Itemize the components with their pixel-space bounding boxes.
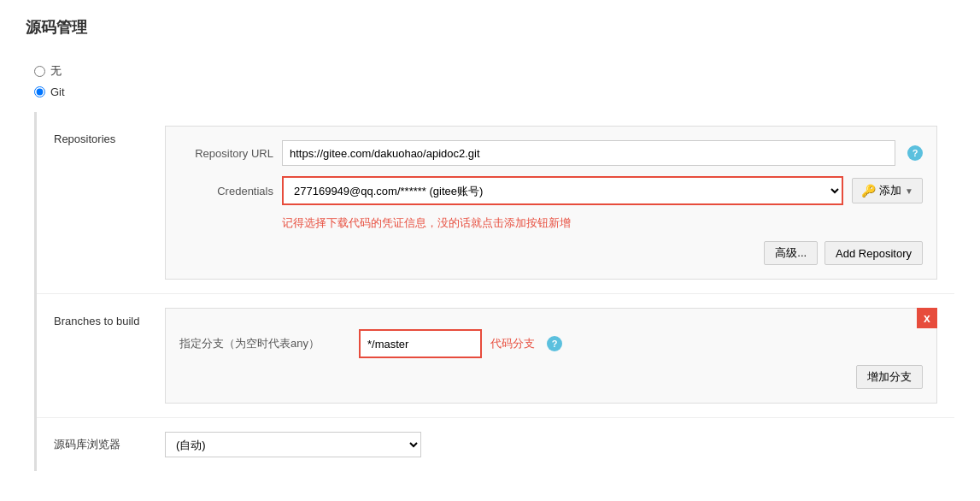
radio-git-label: Git: [50, 85, 65, 98]
branches-section: Branches to build x 指定分支（为空时代表any） 代码分支 …: [37, 294, 954, 418]
branch-input[interactable]: [361, 331, 480, 357]
add-repository-button[interactable]: Add Repository: [824, 241, 923, 265]
key-icon: 🔑: [861, 184, 876, 197]
radio-git[interactable]: Git: [34, 85, 954, 98]
delete-branch-button[interactable]: x: [917, 308, 937, 328]
repositories-section: Repositories Repository URL ? Credential…: [37, 112, 954, 294]
credentials-label: Credentials: [179, 185, 273, 197]
repo-url-label: Repository URL: [179, 147, 273, 160]
source-browser-section: 源码库浏览器 (自动) gitee github gitlab: [37, 418, 954, 471]
repositories-label: Repositories: [54, 126, 165, 145]
page-container: 源码管理 无 Git Repositories Repository URL ?: [0, 0, 980, 501]
page-title: 源码管理: [26, 17, 954, 46]
branch-hint: 代码分支: [490, 336, 535, 351]
advanced-button[interactable]: 高级...: [764, 241, 818, 265]
branches-label: Branches to build: [54, 308, 165, 327]
branch-field-label: 指定分支（为空时代表any）: [179, 336, 350, 351]
source-browser-select[interactable]: (自动) gitee github gitlab: [165, 432, 421, 457]
radio-none-input[interactable]: [34, 66, 45, 77]
dropdown-arrow-icon: ▼: [905, 186, 913, 196]
source-type-radio-group: 无 Git: [26, 63, 954, 98]
credentials-select-wrapper: 277169949@qq.com/****** (gitee账号): [282, 176, 843, 205]
repo-btn-row: 高级... Add Repository: [179, 241, 923, 265]
radio-none-label: 无: [50, 63, 62, 79]
add-credentials-button[interactable]: 🔑 添加 ▼: [852, 178, 923, 203]
branch-input-wrapper: [359, 329, 482, 358]
source-browser-label: 源码库浏览器: [54, 437, 165, 452]
radio-git-input[interactable]: [34, 86, 45, 97]
credentials-info-text: 记得选择下载代码的凭证信息，没的话就点击添加按钮新增: [282, 215, 923, 231]
branches-content: x 指定分支（为空时代表any） 代码分支 ? 增加分支: [165, 308, 937, 404]
repo-url-row: Repository URL ?: [179, 140, 923, 166]
repo-url-help-icon[interactable]: ?: [907, 145, 923, 161]
delete-icon: x: [924, 311, 930, 325]
add-branch-btn-row: 增加分支: [179, 365, 923, 389]
credentials-select[interactable]: 277169949@qq.com/****** (gitee账号): [284, 178, 842, 203]
branch-input-row: 指定分支（为空时代表any） 代码分支 ?: [179, 329, 923, 358]
credentials-row: Credentials 277169949@qq.com/****** (git…: [179, 176, 923, 205]
repo-url-input[interactable]: [282, 140, 895, 166]
main-content: Repositories Repository URL ? Credential…: [34, 112, 954, 471]
add-credentials-label: 添加: [879, 183, 901, 198]
add-branch-button[interactable]: 增加分支: [856, 365, 923, 389]
radio-none[interactable]: 无: [34, 63, 954, 79]
branch-help-icon[interactable]: ?: [547, 336, 562, 351]
repositories-content: Repository URL ? Credentials 277169949@q…: [165, 126, 937, 280]
